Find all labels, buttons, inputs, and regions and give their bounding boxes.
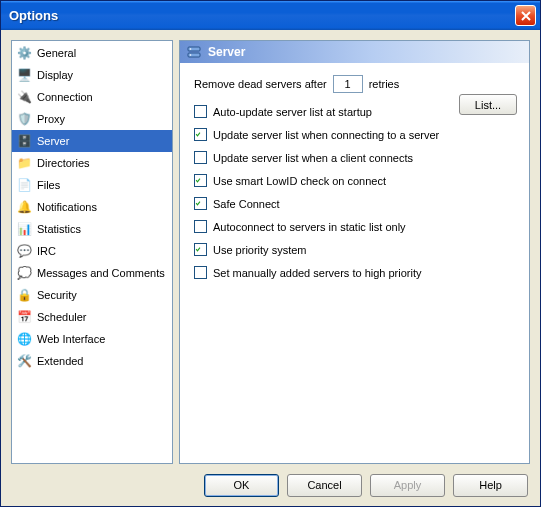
opt-update-on-client-row: Update server list when a client connect… [194, 149, 517, 166]
server-icon [186, 44, 202, 60]
window-title: Options [9, 8, 58, 23]
sidebar-item-directories-icon: 📁 [16, 155, 33, 172]
sidebar-item-notifications-icon: 🔔 [16, 199, 33, 216]
sidebar-item-statistics-label: Statistics [37, 223, 81, 235]
sidebar-item-extended-label: Extended [37, 355, 83, 367]
sidebar-item-connection-label: Connection [37, 91, 93, 103]
sidebar-item-messages[interactable]: 💭Messages and Comments [12, 262, 172, 284]
opt-update-on-client-label: Update server list when a client connect… [213, 152, 413, 164]
cancel-button[interactable]: Cancel [287, 474, 362, 497]
opt-static-only-checkbox[interactable] [194, 220, 207, 233]
close-button[interactable] [515, 5, 536, 26]
opt-safe-connect-row: Safe Connect [194, 195, 517, 212]
settings-panel: Server Remove dead servers after retries… [179, 40, 530, 464]
opt-priority-system-label: Use priority system [213, 244, 307, 256]
sidebar-item-irc-label: IRC [37, 245, 56, 257]
sidebar-item-statistics-icon: 📊 [16, 221, 33, 238]
opt-auto-update-startup-checkbox[interactable] [194, 105, 207, 118]
svg-point-3 [190, 54, 192, 56]
list-button[interactable]: List... [459, 94, 517, 115]
sidebar-item-proxy-icon: 🛡️ [16, 111, 33, 128]
sidebar-item-notifications-label: Notifications [37, 201, 97, 213]
sidebar-item-display-label: Display [37, 69, 73, 81]
sidebar-item-messages-icon: 💭 [16, 265, 33, 282]
sidebar-item-messages-label: Messages and Comments [37, 267, 165, 279]
sidebar-item-files-icon: 📄 [16, 177, 33, 194]
apply-button[interactable]: Apply [370, 474, 445, 497]
sidebar-item-connection[interactable]: 🔌Connection [12, 86, 172, 108]
sidebar-item-security[interactable]: 🔒Security [12, 284, 172, 306]
sidebar-item-connection-icon: 🔌 [16, 89, 33, 106]
sidebar-item-web-icon: 🌐 [16, 331, 33, 348]
opt-priority-system-row: Use priority system [194, 241, 517, 258]
sidebar-item-server-icon: 🗄️ [16, 133, 33, 150]
sidebar-item-files[interactable]: 📄Files [12, 174, 172, 196]
sidebar-item-display[interactable]: 🖥️Display [12, 64, 172, 86]
svg-point-2 [190, 48, 192, 50]
category-list[interactable]: ⚙️General🖥️Display🔌Connection🛡️Proxy🗄️Se… [11, 40, 173, 464]
help-button[interactable]: Help [453, 474, 528, 497]
sidebar-item-general-icon: ⚙️ [16, 45, 33, 62]
checkbox-group: Auto-update server list at startupUpdate… [194, 103, 517, 281]
opt-update-on-client-checkbox[interactable] [194, 151, 207, 164]
opt-manual-high-prio-row: Set manually added servers to high prior… [194, 264, 517, 281]
sidebar-item-general-label: General [37, 47, 76, 59]
dead-servers-label-pre: Remove dead servers after [194, 78, 327, 90]
opt-static-only-row: Autoconnect to servers in static list on… [194, 218, 517, 235]
sidebar-item-web[interactable]: 🌐Web Interface [12, 328, 172, 350]
sidebar-item-files-label: Files [37, 179, 60, 191]
sidebar-item-proxy[interactable]: 🛡️Proxy [12, 108, 172, 130]
opt-static-only-label: Autoconnect to servers in static list on… [213, 221, 406, 233]
ok-button[interactable]: OK [204, 474, 279, 497]
panel-header: Server [180, 41, 529, 63]
opt-priority-system-checkbox[interactable] [194, 243, 207, 256]
sidebar-item-directories[interactable]: 📁Directories [12, 152, 172, 174]
opt-safe-connect-checkbox[interactable] [194, 197, 207, 210]
opt-update-on-connect-checkbox[interactable] [194, 128, 207, 141]
opt-update-on-connect-label: Update server list when connecting to a … [213, 129, 439, 141]
opt-auto-update-startup-label: Auto-update server list at startup [213, 106, 372, 118]
sidebar-item-extended-icon: 🛠️ [16, 353, 33, 370]
titlebar: Options [1, 1, 540, 30]
dead-servers-label-post: retries [369, 78, 400, 90]
sidebar-item-scheduler[interactable]: 📅Scheduler [12, 306, 172, 328]
sidebar-item-statistics[interactable]: 📊Statistics [12, 218, 172, 240]
opt-manual-high-prio-label: Set manually added servers to high prior… [213, 267, 422, 279]
sidebar-item-scheduler-label: Scheduler [37, 311, 87, 323]
opt-smart-lowid-checkbox[interactable] [194, 174, 207, 187]
options-window: Options ⚙️General🖥️Display🔌Connection🛡️P… [0, 0, 541, 507]
opt-safe-connect-label: Safe Connect [213, 198, 280, 210]
sidebar-item-security-label: Security [37, 289, 77, 301]
sidebar-item-scheduler-icon: 📅 [16, 309, 33, 326]
sidebar-item-proxy-label: Proxy [37, 113, 65, 125]
dead-servers-row: Remove dead servers after retries [194, 75, 517, 93]
opt-smart-lowid-row: Use smart LowID check on connect [194, 172, 517, 189]
sidebar-item-irc[interactable]: 💬IRC [12, 240, 172, 262]
sidebar-item-notifications[interactable]: 🔔Notifications [12, 196, 172, 218]
sidebar-item-server[interactable]: 🗄️Server [12, 130, 172, 152]
panel-body: Remove dead servers after retries List..… [180, 63, 529, 291]
sidebar-item-general[interactable]: ⚙️General [12, 42, 172, 64]
opt-update-on-connect-row: Update server list when connecting to a … [194, 126, 517, 143]
sidebar-item-display-icon: 🖥️ [16, 67, 33, 84]
opt-manual-high-prio-checkbox[interactable] [194, 266, 207, 279]
dialog-button-bar: OK Cancel Apply Help [1, 464, 540, 506]
opt-smart-lowid-label: Use smart LowID check on connect [213, 175, 386, 187]
sidebar-item-irc-icon: 💬 [16, 243, 33, 260]
panel-title: Server [208, 45, 245, 59]
sidebar-item-server-label: Server [37, 135, 69, 147]
sidebar-item-directories-label: Directories [37, 157, 90, 169]
dead-servers-retries-input[interactable] [333, 75, 363, 93]
sidebar-item-extended[interactable]: 🛠️Extended [12, 350, 172, 372]
content-area: ⚙️General🖥️Display🔌Connection🛡️Proxy🗄️Se… [1, 30, 540, 464]
sidebar-item-security-icon: 🔒 [16, 287, 33, 304]
close-icon [521, 11, 531, 21]
sidebar-item-web-label: Web Interface [37, 333, 105, 345]
